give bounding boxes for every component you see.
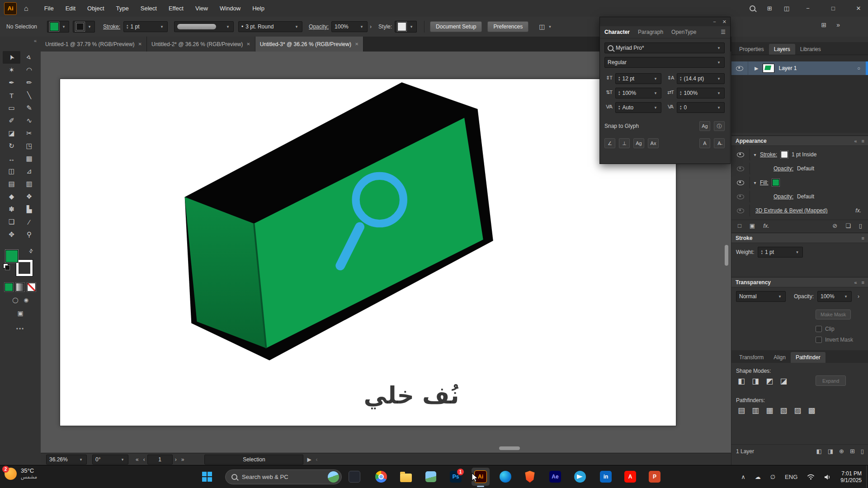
taskbar-powerpoint[interactable]: P	[646, 468, 664, 486]
arrange-panels-icon[interactable]: ◫	[784, 5, 789, 12]
chevron-down-icon[interactable]	[120, 457, 125, 462]
fill-attribute-link[interactable]: Fill:	[760, 179, 769, 186]
zoom-tool[interactable]: ⚲	[20, 228, 38, 241]
stroke-swatch[interactable]	[75, 22, 85, 31]
status-menu-icon[interactable]: ▶	[307, 456, 311, 463]
tracking-field[interactable]: 0	[677, 102, 725, 113]
Type[interactable]: Type	[110, 0, 135, 17]
snap-glyph-bounds-icon[interactable]: Ag	[633, 138, 644, 148]
curvature-tool[interactable]: ✏	[20, 76, 38, 89]
window-maximize-button[interactable]: □	[826, 5, 840, 12]
none-mode-button[interactable]	[27, 283, 36, 291]
previous-artboard-icon[interactable]: ‹	[143, 456, 145, 463]
stroke-color-control[interactable]	[16, 260, 33, 276]
collapse-tools-icon[interactable]: «	[34, 38, 37, 43]
brush-definition-dropdown[interactable]: • 3 pt. Round	[238, 21, 302, 32]
transparency-panel-header[interactable]: Transparency « ≡	[731, 277, 868, 287]
leading-field[interactable]: (14.4 pt)	[677, 73, 725, 84]
show-desktop-button[interactable]	[866, 465, 868, 488]
eyedropper-tool[interactable]: ◆	[3, 190, 20, 203]
add-effect-icon[interactable]: fx.	[763, 222, 769, 229]
chevron-down-icon[interactable]	[409, 24, 414, 29]
stroke-weight-field[interactable]: 1 pt	[758, 247, 803, 258]
collapse-dock-icon[interactable]: »	[836, 21, 840, 28]
trim-icon[interactable]: ▥	[752, 406, 759, 415]
divide-icon[interactable]: ▤	[738, 406, 745, 415]
column-graph-tool[interactable]: ▙	[20, 203, 38, 216]
add-new-stroke-icon[interactable]: □	[738, 222, 741, 229]
chevron-down-icon[interactable]	[159, 24, 165, 29]
zoom-level-dropdown[interactable]: 36.26%	[46, 455, 87, 465]
new-sublayer-icon[interactable]: ⊕	[839, 448, 844, 455]
font-size-field[interactable]: 12 pt	[615, 73, 661, 84]
delete-item-icon[interactable]: ▯	[859, 222, 862, 229]
weather-widget[interactable]: 2 35°C مشمس	[5, 467, 37, 480]
collapse-panel-icon[interactable]: −	[713, 19, 716, 24]
symbol-sprayer-tool[interactable]: ✽	[3, 203, 20, 216]
chevron-down-icon[interactable]	[716, 46, 722, 50]
clock-widget[interactable]: 7:01 PM 9/1/2025	[840, 470, 862, 484]
chevron-down-icon[interactable]	[61, 24, 66, 29]
gradient-tool[interactable]: ▥	[20, 178, 38, 190]
tab-transform[interactable]: Transform	[734, 352, 769, 363]
chevron-down-icon[interactable]	[716, 60, 722, 65]
window-minimize-button[interactable]: −	[801, 5, 815, 12]
expand-layer-icon[interactable]: ▶	[755, 66, 758, 71]
status-display-field[interactable]: Selection	[204, 455, 303, 465]
snap-glyph-icon[interactable]: Ag	[699, 121, 710, 131]
Window[interactable]: Window	[214, 0, 246, 17]
mic-muted-icon[interactable]: ∅	[770, 474, 775, 480]
lasso-tool[interactable]: ◠	[20, 64, 38, 76]
panel-menu-icon[interactable]: ☰	[721, 29, 726, 35]
type-tool[interactable]: T	[3, 89, 20, 102]
layer-row[interactable]: ▶ Layer 1 ○	[731, 61, 868, 75]
close-tab-icon[interactable]: ✕	[138, 42, 142, 47]
wifi-icon[interactable]	[807, 474, 815, 480]
chevron-down-icon[interactable]	[843, 294, 849, 299]
chevron-down-icon[interactable]	[716, 91, 722, 95]
horizontal-scale-field[interactable]: 100%	[677, 88, 725, 99]
stroke-panel-header[interactable]: Stroke ≡	[731, 233, 868, 243]
default-fill-stroke-icon[interactable]	[3, 263, 8, 268]
snap-x-height-icon[interactable]: Ax	[648, 138, 659, 148]
panel-menu-icon[interactable]: ≡	[862, 138, 864, 144]
swap-fill-stroke-icon[interactable]: ⇄	[28, 248, 35, 255]
taskbar-edge[interactable]	[496, 468, 514, 486]
minus-front-icon[interactable]: ◨	[752, 376, 759, 386]
variable-width-profile-dropdown[interactable]	[174, 21, 234, 32]
graphic-style-dropdown[interactable]	[395, 21, 417, 33]
chevron-down-icon[interactable]	[294, 24, 299, 29]
effect-3d-link[interactable]: 3D Extrude & Bevel (Mapped)	[755, 207, 827, 214]
tab-character[interactable]: Character	[604, 29, 630, 35]
File[interactable]: File	[38, 0, 60, 17]
visibility-eye-icon[interactable]	[737, 180, 744, 185]
chevron-down-icon[interactable]	[794, 250, 800, 254]
pen-tool[interactable]: ✒	[3, 76, 20, 89]
opacity-field[interactable]: 100%	[817, 291, 852, 302]
next-artboard-icon[interactable]: ›	[175, 456, 177, 463]
taskbar-app-dark[interactable]	[345, 468, 363, 486]
shape-builder-tool[interactable]: ◫	[3, 165, 20, 178]
mesh-tool[interactable]: ▤	[3, 178, 20, 190]
close-tab-icon[interactable]: ✕	[246, 42, 250, 47]
character-panel[interactable]: − ✕ Character Paragraph OpenType ☰ Myria…	[599, 17, 731, 164]
appearance-stroke-row[interactable]: ▾ Stroke: 1 pt Inside	[731, 149, 868, 160]
arrange-documents-icon[interactable]: ◫	[539, 23, 545, 30]
chevron-down-icon[interactable]	[777, 294, 783, 299]
tab-pathfinder[interactable]: Pathfinder	[791, 352, 826, 363]
artboard[interactable]	[60, 79, 676, 426]
panel-menu-icon[interactable]: ≡	[862, 235, 864, 241]
stroke-attribute-link[interactable]: Stroke:	[760, 151, 777, 158]
magic-wand-tool[interactable]: ✶	[3, 64, 20, 76]
start-button[interactable]	[198, 468, 216, 486]
dock-grid-icon[interactable]: ⊞	[821, 21, 826, 28]
make-mask-button[interactable]: Make Mask	[816, 310, 851, 319]
visibility-eye-icon[interactable]	[737, 152, 744, 157]
opacity-link[interactable]: Opacity:	[309, 23, 329, 30]
preferences-button[interactable]: Preferences	[487, 21, 528, 32]
tab-properties[interactable]: Properties	[734, 44, 769, 55]
last-artboard-icon[interactable]: »	[181, 456, 184, 463]
free-transform-tool[interactable]: ▦	[20, 152, 38, 165]
stroke-panel-link[interactable]: Stroke:	[103, 23, 120, 30]
onedrive-cloud-icon[interactable]: ☁	[755, 474, 761, 480]
